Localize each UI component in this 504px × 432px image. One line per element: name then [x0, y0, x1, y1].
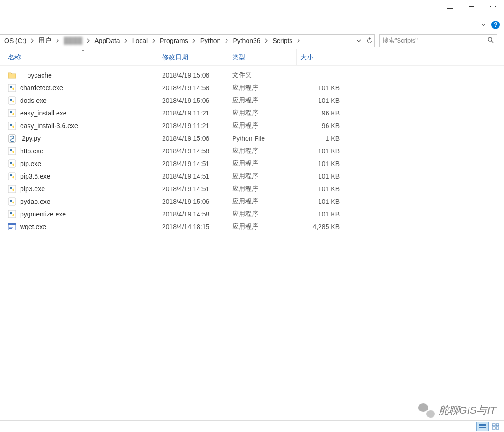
file-name: easy_install.exe: [20, 109, 67, 117]
column-date[interactable]: 修改日期: [158, 49, 228, 65]
refresh-button[interactable]: [364, 35, 374, 47]
svg-rect-34: [8, 210, 16, 218]
file-size: 101 KB: [297, 97, 343, 104]
file-name: wget.exe: [20, 223, 46, 230]
file-type: 应用程序: [228, 185, 297, 193]
breadcrumb-part[interactable]: AppData: [92, 35, 122, 47]
file-size: 101 KB: [297, 84, 343, 92]
svg-point-10: [10, 98, 12, 100]
svg-line-5: [491, 41, 493, 43]
file-row[interactable]: pip.exe2018/4/19 14:51应用程序101 KB: [0, 157, 504, 170]
file-row[interactable]: http.exe2018/4/19 14:58应用程序101 KB: [0, 144, 504, 157]
thumbnails-view-button[interactable]: [490, 422, 502, 431]
breadcrumb-part[interactable]: Local: [129, 35, 150, 47]
chevron-right-icon[interactable]: [54, 38, 61, 43]
file-name: pydap.exe: [20, 198, 50, 205]
svg-rect-28: [8, 185, 16, 193]
svg-point-8: [12, 87, 14, 89]
file-size: 96 KB: [297, 109, 343, 117]
file-row[interactable]: __pycache__2018/4/19 15:06文件夹: [0, 69, 504, 81]
chevron-right-icon[interactable]: [123, 38, 129, 43]
file-size: 101 KB: [297, 210, 343, 218]
file-date: 2018/4/19 14:58: [158, 84, 228, 92]
file-row[interactable]: pygmentize.exe2018/4/19 14:58应用程序101 KB: [0, 208, 504, 220]
file-name: dods.exe: [20, 97, 47, 104]
file-name-cell: pip3.6.exe: [8, 172, 158, 180]
file-date: 2018/4/19 14:51: [158, 185, 228, 193]
file-row[interactable]: pip3.exe2018/4/19 14:51应用程序101 KB: [0, 182, 504, 195]
column-size[interactable]: 大小: [297, 49, 343, 65]
file-type: Python File: [228, 135, 297, 142]
svg-point-11: [12, 100, 14, 102]
svg-point-33: [12, 201, 14, 203]
chevron-right-icon[interactable]: [223, 38, 230, 43]
file-name-cell: wget.exe: [8, 223, 158, 231]
chevron-right-icon[interactable]: [85, 38, 92, 43]
file-name-cell: pip3.exe: [8, 185, 158, 193]
svg-rect-25: [8, 173, 16, 180]
file-date: 2018/4/19 11:21: [158, 109, 228, 117]
file-size: 101 KB: [297, 160, 343, 167]
close-button[interactable]: [482, 1, 504, 16]
column-type[interactable]: 类型: [228, 49, 297, 65]
exe-icon: [8, 197, 16, 206]
breadcrumb-part[interactable]: Python: [198, 35, 224, 47]
chevron-right-icon[interactable]: [191, 38, 198, 43]
sort-ascending-icon: ▴: [82, 47, 84, 52]
file-date: 2018/4/19 14:51: [158, 173, 228, 180]
chevron-right-icon[interactable]: [295, 38, 302, 43]
file-date: 2018/4/19 11:21: [158, 122, 228, 130]
breadcrumb[interactable]: OS (C:)用户████AppDataLocalProgramsPythonP…: [0, 34, 375, 47]
maximize-button[interactable]: [461, 1, 482, 16]
svg-rect-19: [8, 147, 16, 155]
file-type: 应用程序: [228, 96, 297, 105]
svg-rect-1: [469, 7, 474, 11]
breadcrumb-dropdown-button[interactable]: [354, 35, 364, 47]
minimize-button[interactable]: [439, 1, 461, 16]
file-row[interactable]: f2py.py2018/4/19 15:06Python File1 KB: [0, 132, 504, 144]
file-row[interactable]: easy_install.exe2018/4/19 11:21应用程序96 KB: [0, 107, 504, 119]
svg-rect-50: [496, 427, 499, 429]
breadcrumb-part[interactable]: ████: [61, 35, 85, 47]
file-row[interactable]: wget.exe2018/4/14 18:15应用程序4,285 KB: [0, 220, 504, 233]
file-name: chardetect.exe: [20, 84, 63, 92]
search-input[interactable]: 搜索"Scripts": [379, 34, 497, 47]
file-type: 应用程序: [228, 172, 297, 180]
column-name[interactable]: ▴ 名称: [8, 49, 158, 65]
watermark-text: 舵聊GIS与IT: [439, 403, 496, 418]
breadcrumb-part[interactable]: OS (C:): [1, 35, 29, 47]
exe-icon: [8, 122, 16, 130]
file-row[interactable]: dods.exe2018/4/19 15:06应用程序101 KB: [0, 94, 504, 107]
file-row[interactable]: chardetect.exe2018/4/19 14:58应用程序101 KB: [0, 81, 504, 94]
file-row[interactable]: easy_install-3.6.exe2018/4/19 11:21应用程序9…: [0, 119, 504, 132]
svg-rect-15: [8, 122, 16, 130]
chevron-right-icon[interactable]: [150, 38, 157, 43]
file-type: 应用程序: [228, 223, 297, 231]
ribbon-collapse-button[interactable]: [478, 20, 489, 30]
file-row[interactable]: pip3.6.exe2018/4/19 14:51应用程序101 KB: [0, 170, 504, 182]
breadcrumb-part[interactable]: 用户: [35, 35, 54, 47]
svg-point-14: [12, 113, 14, 115]
file-row[interactable]: pydap.exe2018/4/19 15:06应用程序101 KB: [0, 195, 504, 208]
exe-icon: [8, 96, 16, 105]
details-view-button[interactable]: [476, 422, 489, 431]
file-size: 96 KB: [297, 122, 343, 130]
file-name: pip.exe: [20, 160, 41, 167]
svg-rect-48: [496, 424, 499, 426]
chevron-right-icon[interactable]: [263, 38, 270, 43]
file-date: 2018/4/19 14:58: [158, 147, 228, 155]
file-name-cell: pygmentize.exe: [8, 210, 158, 218]
breadcrumb-part[interactable]: Python36: [230, 35, 263, 47]
file-name: easy_install-3.6.exe: [20, 122, 78, 130]
file-date: 2018/4/19 15:06: [158, 97, 228, 104]
svg-rect-46: [481, 427, 486, 428]
svg-point-26: [10, 174, 12, 176]
svg-point-32: [10, 199, 12, 201]
svg-rect-49: [492, 427, 495, 429]
file-date: 2018/4/19 14:51: [158, 160, 228, 167]
breadcrumb-part[interactable]: Scripts: [270, 35, 296, 47]
svg-rect-40: [9, 228, 12, 229]
help-button[interactable]: ?: [491, 21, 500, 29]
breadcrumb-part[interactable]: Programs: [157, 35, 191, 47]
chevron-right-icon[interactable]: [29, 38, 35, 43]
